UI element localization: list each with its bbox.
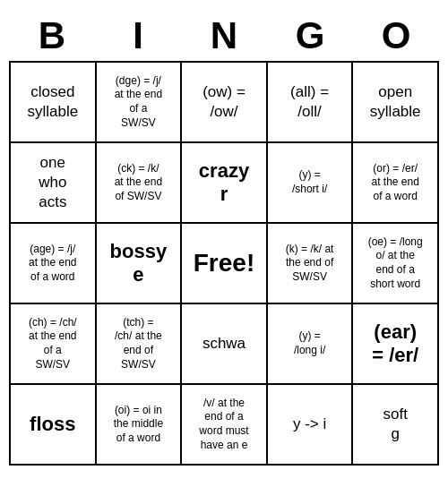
title-letter: I [102,14,174,57]
bingo-cell: Free! [182,224,268,304]
title-letter: B [16,14,88,57]
cell-text: (oe) = /longo/ at theend of ashort word [368,235,423,291]
bingo-cell: /v/ at theend of aword musthave an e [182,385,268,466]
bingo-cell: (age) = /j/at the endof a word [11,224,97,304]
bingo-cell: y -> i [268,385,354,466]
bingo-cell: softg [353,385,439,466]
cell-text: closedsyllable [27,82,78,122]
bingo-cell: (tch) =/ch/ at theend ofSW/SV [97,304,183,385]
bingo-card: BINGO closedsyllable(dge) = /j/at the en… [0,0,448,474]
cell-text: (y) =/short i/ [292,168,327,196]
bingo-cell: (all) =/oll/ [268,63,354,143]
bingo-cell: schwa [182,304,268,385]
cell-text: (dge) = /j/at the endof aSW/SV [115,74,162,130]
cell-text: floss [30,413,75,436]
bingo-cell: (y) =/short i/ [268,143,354,224]
bingo-cell: (oi) = oi inthe middleof a word [97,385,183,466]
cell-text: (all) =/oll/ [290,82,329,122]
cell-text: onewhoacts [39,153,66,212]
cell-text: opensyllable [370,82,421,122]
cell-text: (ch) = /ch/at the endof aSW/SV [29,316,77,372]
cell-text: (or) = /er/at the endof a word [371,162,418,204]
bingo-cell: opensyllable [353,63,439,143]
bingo-cell: onewhoacts [11,143,97,224]
bingo-cell: (ow) =/ow/ [182,63,268,143]
cell-text: (oi) = oi inthe middleof a word [114,404,163,446]
cell-text: schwa [202,334,246,354]
cell-text: (age) = /j/at the endof a word [29,243,76,285]
cell-text: bossye [110,240,168,287]
cell-text: softg [383,405,407,444]
cell-text: (ow) =/ow/ [202,82,246,122]
bingo-cell: (ch) = /ch/at the endof aSW/SV [11,304,97,385]
bingo-cell: closedsyllable [11,63,97,143]
bingo-cell: floss [11,385,97,466]
title-letter: N [188,14,260,57]
cell-text: /v/ at theend of aword musthave an e [199,397,248,452]
cell-text: crazyr [199,159,249,207]
bingo-cell: (ck) = /k/at the endof SW/SV [97,143,183,224]
bingo-cell: crazyr [182,143,268,224]
bingo-cell: (or) = /er/at the endof a word [353,143,439,224]
cell-text: (ear)= /er/ [372,320,418,368]
cell-text: (ck) = /k/at the endof SW/SV [115,162,162,204]
title-letter: O [360,14,432,57]
cell-text: (k) = /k/ atthe end ofSW/SV [286,243,334,285]
cell-text: (tch) =/ch/ at theend ofSW/SV [115,316,162,372]
bingo-grid: closedsyllable(dge) = /j/at the endof aS… [9,61,439,466]
cell-text: Free! [194,247,254,279]
bingo-cell: (dge) = /j/at the endof aSW/SV [97,63,183,143]
bingo-cell: (ear)= /er/ [353,304,439,385]
title-letter: G [274,14,346,57]
bingo-cell: (oe) = /longo/ at theend of ashort word [353,224,439,304]
bingo-cell: (y) =/long i/ [268,304,354,385]
cell-text: (y) =/long i/ [294,329,325,357]
cell-text: y -> i [293,414,326,434]
bingo-title: BINGO [9,9,439,61]
bingo-cell: bossye [97,224,183,304]
bingo-cell: (k) = /k/ atthe end ofSW/SV [268,224,354,304]
